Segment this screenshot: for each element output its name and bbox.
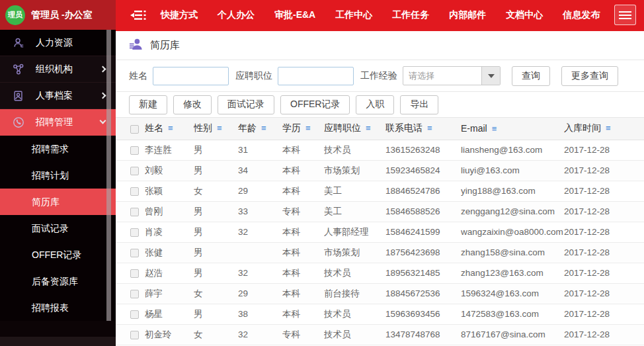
- column-sort-icon[interactable]: ≡: [305, 123, 311, 133]
- org-icon: [12, 63, 25, 76]
- table-row[interactable]: 薛宇女29本科前台接待188456725361596324@163.com201…: [116, 283, 644, 304]
- cell-name: 肖凌: [145, 222, 194, 242]
- row-checkbox[interactable]: [130, 167, 139, 175]
- column-sort-icon[interactable]: ≡: [427, 123, 432, 133]
- row-checkbox[interactable]: [130, 331, 139, 339]
- cell-gender: 男: [194, 242, 238, 263]
- table-row[interactable]: 曾刚男33专科美工15846588526zenggang12@sina.com2…: [116, 201, 644, 222]
- select-dropdown-button[interactable]: [481, 67, 500, 85]
- sidebar-item[interactable]: 人力资源: [0, 30, 116, 56]
- column-header[interactable]: 学历≡: [282, 118, 324, 140]
- sidebar-subitem[interactable]: 面试记录: [0, 215, 116, 241]
- cell-name: 杨星: [145, 304, 194, 324]
- cell-gender: 男: [194, 160, 238, 181]
- action-bar: 新建修改面试记录OFFER记录入职导出: [116, 92, 644, 118]
- cell-phone: 15963693456: [385, 304, 461, 324]
- search-button[interactable]: 查询: [512, 66, 550, 86]
- action-button[interactable]: 入职: [356, 95, 394, 114]
- column-label: 姓名: [145, 122, 163, 133]
- nav-item[interactable]: 信息发布: [563, 9, 600, 21]
- nav-item[interactable]: 内部邮件: [449, 9, 486, 21]
- more-search-button[interactable]: 更多查询: [561, 66, 618, 86]
- table-row[interactable]: 杨星男38本科技术员159636934561472583@163.com2017…: [116, 304, 644, 324]
- row-checkbox[interactable]: [130, 269, 139, 278]
- row-checkbox[interactable]: [130, 249, 139, 257]
- sidebar-subitem[interactable]: 后备资源库: [0, 268, 116, 294]
- row-checkbox[interactable]: [130, 290, 139, 298]
- column-header[interactable]: 姓名≡: [145, 118, 194, 140]
- sidebar-subitem[interactable]: 招聘计划: [0, 162, 116, 189]
- cell-phone: 18956321485: [385, 263, 461, 283]
- column-header[interactable]: 联系电话≡: [385, 118, 461, 140]
- sidebar-subitem[interactable]: 招聘需求: [0, 136, 116, 162]
- row-checkbox[interactable]: [130, 187, 139, 196]
- nav-item[interactable]: 快捷方式: [161, 9, 198, 21]
- column-label: 学历: [282, 122, 301, 133]
- action-button[interactable]: 修改: [173, 95, 212, 114]
- cell-gender: 女: [194, 283, 238, 304]
- hamburger-bar: [619, 18, 631, 19]
- avatar[interactable]: 理员: [5, 5, 25, 25]
- column-header[interactable]: 入库时间≡: [564, 118, 644, 140]
- column-header[interactable]: 年龄≡: [238, 118, 282, 140]
- select-all-cell: [116, 118, 145, 140]
- cell-date: 2017-12-28: [564, 140, 644, 160]
- table-row[interactable]: 初金玲女32专科技术员1347874876887167167@sina.com2…: [116, 324, 644, 345]
- position-input[interactable]: [278, 67, 354, 85]
- table-row[interactable]: 张颖女29本科美工18846524786ying188@163.com2017-…: [116, 181, 644, 201]
- sidebar-item[interactable]: 人事档案: [0, 83, 116, 109]
- row-checkbox[interactable]: [130, 208, 139, 216]
- row-checkbox[interactable]: [130, 228, 139, 237]
- column-sort-icon[interactable]: ≡: [492, 124, 497, 134]
- column-header[interactable]: 应聘职位≡: [324, 118, 385, 140]
- cell-gender: 男: [194, 201, 238, 222]
- table-row[interactable]: 赵浩男32本科技术员18956321485zhang123@163.com201…: [116, 263, 644, 283]
- name-input[interactable]: [153, 67, 229, 85]
- action-button[interactable]: OFFER记录: [280, 95, 350, 114]
- row-checkbox[interactable]: [130, 310, 139, 319]
- cell-email: liuyi@163.com: [461, 160, 564, 181]
- action-button[interactable]: 导出: [400, 95, 438, 114]
- hamburger-menu-button[interactable]: [614, 5, 636, 25]
- column-label: 入库时间: [564, 122, 601, 133]
- sidebar-item[interactable]: 招聘管理: [0, 109, 116, 136]
- table-row[interactable]: 张健男本科市场策划18756423698zhang158@sina.com201…: [116, 242, 644, 263]
- nav-item[interactable]: 工作中心: [335, 9, 372, 21]
- main-content: 简历库 姓名 应聘职位 工作经验 请选择 查询 更多查询 新建修改面试记录OFF…: [116, 30, 644, 346]
- select-all-checkbox[interactable]: [130, 125, 139, 134]
- table-row[interactable]: 肖凌男32本科人事部经理15846241599wangzaixin@oa8000…: [116, 222, 644, 242]
- cell-gender: 女: [194, 324, 238, 345]
- user-block[interactable]: 理员 管理员 -办公室: [0, 0, 116, 30]
- column-sort-icon[interactable]: ≡: [366, 123, 371, 133]
- column-sort-icon[interactable]: ≡: [168, 123, 173, 133]
- nav-item[interactable]: 审批-E&A: [274, 9, 315, 21]
- cell-gender: 男: [194, 222, 238, 242]
- action-button[interactable]: 面试记录: [218, 95, 274, 114]
- action-button[interactable]: 新建: [129, 95, 167, 114]
- column-sort-icon[interactable]: ≡: [261, 123, 266, 133]
- column-sort-icon[interactable]: ≡: [217, 123, 222, 133]
- cell-age: 29: [238, 181, 282, 201]
- table-row[interactable]: 刘毅男34本科市场策划15923465824liuyi@163.com2017-…: [116, 160, 644, 181]
- cell-education: 本科: [282, 140, 324, 160]
- nav-item[interactable]: 个人办公: [218, 9, 255, 21]
- column-header[interactable]: 性别≡: [194, 118, 238, 140]
- nav-item[interactable]: 工作任务: [392, 9, 429, 21]
- column-header[interactable]: E-mail≡: [461, 118, 564, 140]
- column-sort-icon[interactable]: ≡: [606, 123, 611, 133]
- collapse-sidebar-icon[interactable]: [130, 9, 147, 21]
- cell-position: 美工: [324, 201, 385, 222]
- cell-age: 31: [238, 140, 282, 160]
- sidebar-subitem[interactable]: 简历库: [0, 189, 116, 215]
- sidebar-item[interactable]: 组织机构: [0, 56, 116, 83]
- sidebar-scrollbar[interactable]: [106, 30, 111, 321]
- cell-phone: 15923465824: [385, 160, 461, 181]
- table-row[interactable]: 李连胜男31本科技术员13615263248liansheng@163.com2…: [116, 140, 644, 160]
- cell-position: 技术员: [324, 324, 385, 345]
- experience-select[interactable]: 请选择: [403, 66, 501, 85]
- sidebar-subitem[interactable]: 招聘报表: [0, 294, 116, 321]
- sidebar-subitem[interactable]: OFFER记录: [0, 241, 116, 268]
- row-checkbox[interactable]: [130, 146, 139, 155]
- nav-item[interactable]: 文档中心: [506, 9, 543, 21]
- resume-library-icon: [129, 37, 143, 54]
